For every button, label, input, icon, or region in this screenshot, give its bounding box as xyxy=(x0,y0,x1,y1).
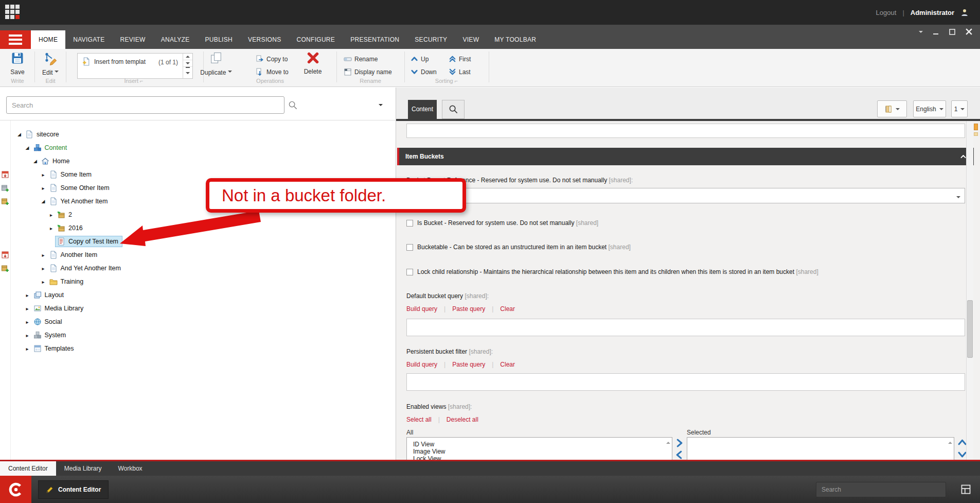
package-add-gutter-icon[interactable] xyxy=(1,197,9,205)
all-views-listbox[interactable]: ID ViewImage ViewLock View xyxy=(406,437,672,460)
applications-icon[interactable] xyxy=(960,483,972,495)
ribbon-collapse-icon[interactable] xyxy=(919,31,923,35)
selected-views-listbox[interactable] xyxy=(687,437,954,460)
tree-item-home[interactable]: ◢Home xyxy=(0,154,396,168)
logout-link[interactable]: Logout xyxy=(876,9,897,16)
move-down-icon[interactable] xyxy=(958,450,967,458)
ribbon-tab-review[interactable]: REVIEW xyxy=(113,30,153,49)
previous-field-input[interactable] xyxy=(406,124,965,138)
app-tab-workbox[interactable]: Workbox xyxy=(110,461,150,476)
maximize-icon[interactable] xyxy=(949,28,956,36)
ribbon-tab-my-toolbar[interactable]: MY TOOLBAR xyxy=(487,30,544,49)
persistent-bucket-filter-input[interactable] xyxy=(406,373,965,391)
calendar-gutter-icon[interactable] xyxy=(1,251,9,259)
expand-arrow-icon[interactable]: ▸ xyxy=(47,226,55,231)
calendar-gutter-icon[interactable] xyxy=(1,170,9,179)
insert-gallery[interactable]: Insert from templat (1 of 1) xyxy=(77,53,193,79)
close-icon[interactable] xyxy=(965,28,973,36)
expand-arrow-icon[interactable]: ▸ xyxy=(47,212,55,218)
version-button[interactable]: 1 xyxy=(951,100,968,117)
package-add-gutter-icon[interactable] xyxy=(1,264,9,272)
expand-arrow-icon[interactable]: ▸ xyxy=(40,172,47,178)
tree-item-sitecore[interactable]: ◢sitecore xyxy=(0,128,396,141)
collapse-arrow-icon[interactable]: ◢ xyxy=(40,199,47,204)
list-scroll-up-icon[interactable] xyxy=(948,440,952,444)
duplicate-button[interactable]: Duplicate xyxy=(200,51,233,76)
language-button[interactable]: English xyxy=(913,100,946,117)
ribbon-tab-presentation[interactable]: PRESENTATION xyxy=(343,30,407,49)
ribbon-tab-analyze[interactable]: ANALYZE xyxy=(153,30,198,49)
tree-item-system[interactable]: ▸System xyxy=(0,328,396,342)
minimize-icon[interactable] xyxy=(932,28,939,36)
delete-button[interactable]: Delete xyxy=(299,51,326,75)
expand-arrow-icon[interactable]: ▸ xyxy=(24,292,31,298)
tree-item-2016[interactable]: ▸2016 xyxy=(0,221,396,235)
copy-to-button[interactable]: Copy to xyxy=(256,55,288,63)
expand-arrow-icon[interactable]: ▸ xyxy=(24,333,31,338)
view-option-image-view[interactable]: Image View xyxy=(413,448,672,455)
expand-arrow-icon[interactable]: ▸ xyxy=(40,266,47,271)
move-right-icon[interactable] xyxy=(675,439,683,447)
search-icon[interactable] xyxy=(288,100,298,110)
edit-button[interactable]: Edit xyxy=(36,51,65,76)
sort-last-button[interactable]: Last xyxy=(449,68,471,76)
expand-arrow-icon[interactable]: ▸ xyxy=(24,306,31,311)
expand-arrow-icon[interactable]: ▸ xyxy=(24,319,31,325)
select-all-link[interactable]: Select all xyxy=(406,416,432,423)
paste-query-link[interactable]: Paste query xyxy=(452,305,485,313)
move-up-icon[interactable] xyxy=(958,439,967,446)
view-option-lock-view[interactable]: Lock View xyxy=(413,455,672,460)
expand-arrow-icon[interactable]: ▸ xyxy=(24,346,31,352)
deselect-all-link[interactable]: Deselect all xyxy=(447,416,478,423)
app-tab-content-editor[interactable]: Content Editor xyxy=(0,461,56,476)
editor-search-tab[interactable] xyxy=(442,100,465,119)
tree-item-content[interactable]: ◢Content xyxy=(0,141,396,154)
ribbon-tab-security[interactable]: SECURITY xyxy=(407,30,455,49)
build-query-link[interactable]: Build query xyxy=(406,361,437,368)
bucket-parent-reference-select[interactable] xyxy=(406,188,965,203)
view-option-id-view[interactable]: ID View xyxy=(413,441,672,448)
bottom-search-input[interactable] xyxy=(816,482,946,497)
sitecore-logo[interactable] xyxy=(0,476,31,503)
content-editor-app-button[interactable]: Content Editor xyxy=(38,480,109,499)
app-grid-logo-icon[interactable] xyxy=(5,5,21,20)
validation-marker[interactable] xyxy=(974,124,978,130)
bucketable-checkbox[interactable] xyxy=(406,244,413,251)
paste-query-link[interactable]: Paste query xyxy=(452,361,485,368)
ribbon-tab-publish[interactable]: PUBLISH xyxy=(198,30,240,49)
tree-item-and-yet-another-item[interactable]: ▸And Yet Another Item xyxy=(0,262,396,275)
expand-arrow-icon[interactable]: ▸ xyxy=(40,279,47,285)
ribbon-tab-configure[interactable]: CONFIGURE xyxy=(289,30,343,49)
ribbon-tab-home[interactable]: HOME xyxy=(31,30,65,49)
tree-item-templates[interactable]: ▸Templates xyxy=(0,342,396,355)
editor-scrollbar[interactable] xyxy=(966,121,973,460)
tab-content[interactable]: Content xyxy=(408,100,437,119)
hamburger-menu-button[interactable] xyxy=(0,30,31,49)
tree-search-input[interactable] xyxy=(6,96,284,114)
move-left-icon[interactable] xyxy=(675,450,683,459)
collapse-arrow-icon[interactable]: ◢ xyxy=(31,159,39,164)
item-navigator-button[interactable] xyxy=(877,100,907,117)
tree-item-copy-of-test-item[interactable]: Copy of Test Item xyxy=(0,235,396,248)
collapse-arrow-icon[interactable]: ◢ xyxy=(24,145,31,150)
search-dropdown-caret[interactable] xyxy=(379,104,383,108)
collapse-arrow-icon[interactable]: ◢ xyxy=(15,132,23,137)
tree-item-layout[interactable]: ▸Layout xyxy=(0,288,396,302)
editor-scrollbar-thumb[interactable] xyxy=(967,300,973,358)
ribbon-tab-view[interactable]: VIEW xyxy=(455,30,487,49)
item-buckets-section-header[interactable]: Item Buckets xyxy=(397,148,974,165)
gallery-scroll-up-button[interactable] xyxy=(183,54,192,60)
lock-child-relationship-checkbox[interactable] xyxy=(406,269,413,275)
build-query-link[interactable]: Build query xyxy=(406,305,437,313)
gallery-scroll-down-button[interactable] xyxy=(183,60,192,67)
tree-item-social[interactable]: ▸Social xyxy=(0,315,396,328)
expand-arrow-icon[interactable]: ▸ xyxy=(40,252,47,258)
save-button[interactable]: Save xyxy=(3,51,32,76)
is-bucket-checkbox[interactable] xyxy=(406,220,413,227)
tree-item-training[interactable]: ▸Training xyxy=(0,275,396,288)
ribbon-tab-versions[interactable]: VERSIONS xyxy=(240,30,289,49)
archive-add-gutter-icon[interactable] xyxy=(1,184,9,192)
clear-link[interactable]: Clear xyxy=(500,361,515,368)
clear-link[interactable]: Clear xyxy=(500,305,515,313)
sort-up-button[interactable]: Up xyxy=(411,55,429,63)
